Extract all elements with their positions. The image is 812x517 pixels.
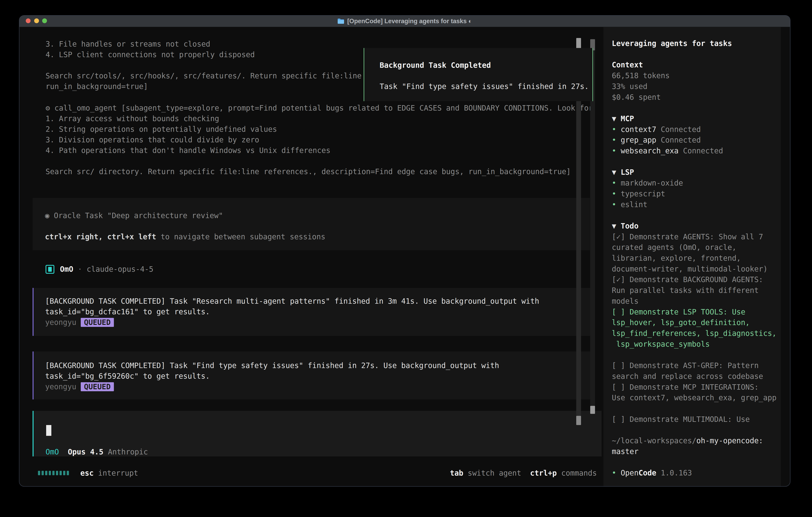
text-segment: ▼ bbox=[612, 114, 621, 123]
text-line: • markdown-oxide bbox=[612, 178, 777, 189]
text-line: 3. File handles or streams not closed bbox=[46, 39, 361, 49]
text-cursor bbox=[46, 425, 51, 436]
spinner-dot bbox=[49, 471, 51, 475]
text-line: document-writer, multimodal-looker) bbox=[612, 264, 777, 274]
text-segment: switch agent bbox=[463, 469, 521, 478]
text-segment: Task "Find type safety issues" finished … bbox=[380, 82, 589, 91]
model-indicator[interactable]: OmO Opus 4.5 Anthropic bbox=[46, 446, 148, 457]
window-titlebar[interactable]: [OpenCode] Leveraging agents for tasks ◐ bbox=[19, 16, 790, 27]
toast-text: Background Task Completed Task "Find typ… bbox=[364, 48, 592, 92]
spinner-dot bbox=[52, 471, 55, 475]
text-line: lsp_find_references, lsp_diagnostics, bbox=[612, 328, 777, 339]
zoom-window-button[interactable] bbox=[42, 19, 47, 23]
text-segment: [✓] Demonstrate AGENTS: Show all 7 bbox=[612, 233, 763, 241]
minimize-window-button[interactable] bbox=[34, 19, 39, 23]
text-segment: yeongyu bbox=[45, 318, 81, 327]
text-segment: [✓] Demonstrate BACKGROUND AGENTS: bbox=[612, 275, 763, 284]
text-segment: websearch_exa bbox=[621, 146, 679, 155]
text-segment: lsp_hover, lsp_goto_definition, bbox=[612, 318, 750, 327]
text-segment: 66,518 tokens bbox=[612, 71, 670, 80]
text-segment: [ ] Demonstrate LSP TOOLS: Use bbox=[612, 308, 745, 316]
text-line: OmO Opus 4.5 Anthropic bbox=[46, 446, 148, 457]
oracle-task-text: ◉ Oracle Task "Deep architecture review"… bbox=[33, 198, 590, 242]
text-segment: ctrl+p bbox=[530, 469, 557, 478]
text-segment: document-writer, multimodal-looker) bbox=[612, 265, 767, 273]
text-line: Context bbox=[612, 60, 777, 71]
text-segment: [ ] Demonstrate MULTIMODAL: Use bbox=[612, 415, 750, 424]
text-segment: • bbox=[612, 125, 621, 134]
spinner-dot bbox=[56, 471, 58, 475]
text-line bbox=[612, 350, 777, 360]
background-task-message-2-text: [BACKGROUND TASK COMPLETED] Task "Find t… bbox=[34, 351, 591, 392]
text-line: master bbox=[612, 446, 777, 457]
text-segment: context7 bbox=[621, 125, 656, 134]
text-segment: lsp_workspace_symbols bbox=[612, 340, 710, 349]
text-line: ▼ Todo bbox=[612, 221, 777, 232]
text-segment: tab bbox=[450, 469, 463, 478]
text-line: librarian, explore, frontend, bbox=[612, 253, 777, 264]
text-segment: typescript bbox=[621, 190, 665, 198]
text-line: Task "Find type safety issues" finished … bbox=[380, 81, 592, 92]
text-line: • grep_app Connected bbox=[612, 135, 777, 145]
text-segment bbox=[521, 469, 530, 478]
text-line: • websearch_exa Connected bbox=[612, 145, 777, 156]
text-line bbox=[612, 210, 777, 221]
text-line bbox=[612, 425, 777, 435]
text-line bbox=[612, 403, 777, 414]
spinner-dot bbox=[45, 471, 47, 475]
background-task-message-2: [BACKGROUND TASK COMPLETED] Task "Find t… bbox=[33, 351, 591, 400]
text-segment bbox=[59, 447, 68, 456]
spinner-dot bbox=[60, 471, 62, 475]
text-line: Run parallel tasks with different bbox=[612, 285, 777, 296]
text-segment: Search src/ directory. Return specific f… bbox=[46, 167, 571, 176]
close-window-button[interactable] bbox=[26, 19, 31, 23]
text-line: Background Task Completed bbox=[380, 60, 592, 71]
text-segment: Background Task Completed bbox=[380, 61, 491, 70]
text-line: • typescript bbox=[612, 189, 777, 199]
spinner-dot bbox=[63, 471, 65, 475]
spinner-dots bbox=[38, 471, 69, 475]
agent-session-header[interactable]: OmO · claude-opus-4-5 bbox=[60, 264, 153, 274]
text-segment: · bbox=[73, 265, 87, 273]
window-title-text: [OpenCode] Leveraging agents for tasks ◐ bbox=[347, 18, 472, 25]
text-segment: MCP bbox=[621, 114, 634, 123]
text-segment: [ ] Demonstrate AST-GREP: Pattern bbox=[612, 361, 759, 370]
text-line: models bbox=[612, 296, 777, 307]
toast-background-task-completed[interactable]: Background Task Completed Task "Find typ… bbox=[364, 48, 593, 101]
text-line: 66,518 tokens bbox=[612, 71, 777, 81]
text-line: yeongyu QUEUED bbox=[45, 317, 591, 328]
text-segment: $0.46 spent bbox=[612, 93, 661, 102]
text-segment: lsp_find_references, lsp_diagnostics, bbox=[612, 329, 777, 338]
spinner-dot bbox=[41, 471, 44, 475]
text-segment: grep_app bbox=[621, 136, 656, 144]
text-segment: Connected bbox=[656, 125, 701, 134]
text-segment: • bbox=[612, 146, 621, 155]
text-segment: 1.0.163 bbox=[656, 469, 692, 477]
sidebar-content: Leveraging agents for tasks Context66,51… bbox=[612, 38, 777, 479]
window-title: [OpenCode] Leveraging agents for tasks ◐ bbox=[337, 18, 472, 25]
text-segment: Search src/tools/, src/hooks/, src/featu… bbox=[46, 72, 361, 80]
text-line: task_id="bg_6f59260c" to get results. bbox=[45, 371, 591, 381]
text-line: 1. Array access without bounds checking bbox=[46, 113, 593, 124]
text-line: ctrl+x right, ctrl+x left to navigate be… bbox=[45, 232, 590, 242]
text-line: lsp_hover, lsp_goto_definition, bbox=[612, 317, 777, 328]
text-segment: curated agents (OmO, oracle, bbox=[612, 243, 736, 252]
text-line: curated agents (OmO, oracle, bbox=[612, 242, 777, 253]
text-segment: • bbox=[612, 190, 621, 198]
background-task-message-1-text: [BACKGROUND TASK COMPLETED] Task "Resear… bbox=[34, 288, 591, 328]
status-badge: QUEUED bbox=[81, 382, 114, 391]
text-line: [ ] Demonstrate MCP INTEGRATIONS: bbox=[612, 382, 777, 393]
text-segment: [BACKGROUND TASK COMPLETED] Task "Find t… bbox=[45, 361, 499, 370]
text-segment: call_omo_agent [subagent_type=explore, p… bbox=[55, 104, 593, 112]
text-segment: oh-my-opencode: bbox=[696, 436, 763, 445]
terminal-window: [OpenCode] Leveraging agents for tasks ◐… bbox=[19, 15, 790, 487]
text-segment: ctrl+x right, ctrl+x left bbox=[45, 233, 156, 241]
text-line: ▼ LSP bbox=[612, 167, 777, 178]
main-scrollbar-thumb-bottom[interactable] bbox=[590, 406, 595, 414]
text-segment: claude-opus-4-5 bbox=[87, 265, 153, 273]
oracle-task-panel: ◉ Oracle Task "Deep architecture review"… bbox=[33, 198, 590, 250]
sidebar-scrollbar-thumb-bottom[interactable] bbox=[576, 416, 581, 425]
text-segment: 33% used bbox=[612, 82, 647, 91]
text-segment: Run parallel tasks with different bbox=[612, 286, 759, 295]
text-line: lsp_workspace_symbols bbox=[612, 339, 777, 350]
